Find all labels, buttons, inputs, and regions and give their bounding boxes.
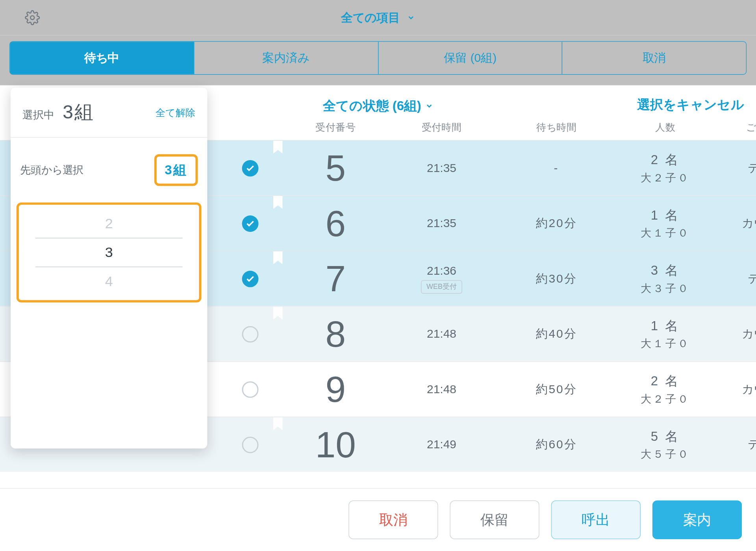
from-top-count-button[interactable]: 3組 (154, 154, 198, 186)
tab-hold[interactable]: 保留 (0組) (378, 42, 562, 74)
tab-cancelled[interactable]: 取消 (562, 42, 746, 74)
call-button[interactable]: 呼出 (551, 500, 641, 539)
row-checkbox[interactable] (242, 436, 259, 453)
row-wait: - (500, 161, 612, 175)
row-seat: テーブル (718, 271, 756, 287)
row-checkbox[interactable] (242, 326, 259, 342)
hold-button[interactable]: 保留 (450, 500, 539, 539)
chevron-down-icon (407, 11, 415, 24)
row-time: 21:48 (383, 383, 500, 396)
row-seat: カウンター (718, 381, 756, 397)
content-area: 全ての状態 (6組) 選択をキャンセル 受付番号 受付時間 待ち時間 人数 ご希… (0, 85, 756, 472)
cancel-selection-button[interactable]: 選択をキャンセル (637, 96, 744, 114)
status-tabs-container: 待ち中 案内済み 保留 (0組) 取消 (0, 35, 756, 85)
row-seat: カウンター (718, 215, 756, 231)
chevron-down-icon (425, 98, 433, 113)
row-wait: 約50分 (500, 381, 612, 397)
panel-header: 選択中 3組 全て解除 (11, 88, 207, 138)
action-footer: 取消 保留 呼出 案内 (0, 488, 756, 551)
row-wait: 約20分 (500, 215, 612, 231)
row-people: 1 名大１子０ (612, 207, 718, 240)
row-number: 6 (289, 205, 383, 242)
number-picker-wheel[interactable]: 2 3 4 (17, 202, 202, 302)
row-number: 8 (289, 316, 383, 352)
col-time: 受付時間 (383, 121, 500, 134)
row-people: 1 名大１子０ (612, 317, 718, 351)
row-wait: 約60分 (500, 437, 612, 453)
row-number: 5 (289, 150, 383, 187)
row-time: 21:36WEB受付 (383, 264, 500, 294)
wheel-current: 3 (35, 238, 183, 267)
clear-all-button[interactable]: 全て解除 (156, 105, 196, 119)
cancel-button[interactable]: 取消 (348, 500, 438, 539)
wheel-prev: 2 (19, 211, 199, 237)
row-checkbox[interactable] (242, 215, 259, 232)
tab-done[interactable]: 案内済み (194, 42, 378, 74)
row-people: 5 名大５子０ (612, 428, 718, 461)
row-number: 7 (289, 261, 383, 297)
row-people: 3 名大３子０ (612, 262, 718, 295)
row-checkbox[interactable] (242, 381, 259, 398)
app-header: 全ての項目 (0, 0, 756, 35)
selecting-count: 3組 (63, 101, 94, 122)
selecting-label: 選択中 (22, 109, 54, 121)
header-filter-label: 全ての項目 (341, 11, 400, 24)
svg-point-0 (30, 16, 34, 20)
row-seat: カウンター (718, 326, 756, 342)
col-people: 人数 (612, 121, 718, 134)
row-checkbox[interactable] (242, 160, 259, 176)
status-tabs: 待ち中 案内済み 保留 (0組) 取消 (9, 41, 747, 75)
from-top-label: 先頭から選択 (20, 163, 83, 177)
col-wait: 待ち時間 (500, 121, 612, 134)
row-seat: テーブル (718, 437, 756, 453)
row-time: 21:35 (383, 216, 500, 230)
header-filter[interactable]: 全ての項目 (0, 10, 756, 26)
row-time: 21:35 (383, 161, 500, 175)
row-number: 9 (289, 371, 383, 408)
guide-button[interactable]: 案内 (652, 500, 742, 539)
state-filter-label: 全ての状態 (6組) (323, 98, 421, 113)
col-number: 受付番号 (289, 121, 383, 134)
row-people: 2 名大２子０ (612, 373, 718, 406)
wheel-next: 4 (19, 268, 199, 294)
row-wait: 約30分 (500, 271, 612, 287)
row-people: 2 名大２子０ (612, 151, 718, 185)
settings-gear-icon[interactable] (24, 9, 41, 26)
selection-panel: 選択中 3組 全て解除 先頭から選択 3組 2 3 4 (11, 88, 207, 449)
row-time: 21:48 (383, 327, 500, 340)
row-seat: テーブル (718, 160, 756, 176)
row-time: 21:49 (383, 438, 500, 451)
col-seat: ご希望の席 (718, 121, 756, 134)
state-filter-dropdown[interactable]: 全ての状態 (6組) (323, 97, 433, 115)
tab-waiting[interactable]: 待ち中 (10, 42, 193, 74)
row-checkbox[interactable] (242, 270, 259, 287)
panel-from-row: 先頭から選択 3組 (11, 138, 207, 202)
row-wait: 約40分 (500, 326, 612, 342)
row-number: 10 (289, 426, 383, 463)
